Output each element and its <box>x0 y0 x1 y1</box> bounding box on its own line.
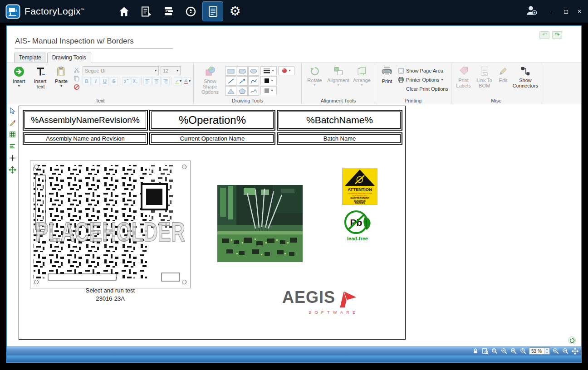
zoom-stepper: ▲ ▼ <box>544 348 549 354</box>
zoom-window-button[interactable] <box>519 347 527 355</box>
print-button[interactable]: Print <box>377 64 397 97</box>
caption-assembly-name-revision[interactable]: Assembly Name and Revision <box>23 132 148 145</box>
pen-tool-button[interactable] <box>8 118 17 127</box>
pcb-placeholder-image[interactable]: PLACEHOLDER <box>30 161 191 288</box>
grid-tool-button[interactable] <box>8 130 17 139</box>
minimize-button[interactable] <box>547 6 557 16</box>
settings-nav-button[interactable]: ⚙ <box>225 1 245 21</box>
paste-button[interactable]: Paste ▾ <box>51 64 71 97</box>
npi-nav-button[interactable] <box>180 1 201 21</box>
cut-button[interactable] <box>73 66 81 73</box>
show-shape-options-button[interactable]: Show Shape Options <box>196 64 224 97</box>
document-title[interactable]: AIS- Manual Inspection w/ Borders <box>15 37 173 49</box>
insert-text-button[interactable]: Insert Text <box>30 64 50 97</box>
home-nav-button[interactable] <box>113 1 134 21</box>
copy-button[interactable] <box>73 75 81 82</box>
test-probe-photo[interactable] <box>217 185 303 262</box>
top-navigation-bar: FactoryLogix™ <box>0 0 588 23</box>
lead-free-symbol[interactable]: Pb lead-free <box>343 209 374 243</box>
align-center-button[interactable] <box>152 77 161 85</box>
aegis-logo[interactable]: AEGIS SOFTWARE <box>282 289 368 314</box>
outline-color-combo[interactable]: ▾ <box>260 86 277 95</box>
shape-arrow-button[interactable] <box>237 76 248 86</box>
document-viewer-nav-button[interactable] <box>202 1 223 21</box>
zoom-out-button[interactable] <box>500 347 508 355</box>
close-button[interactable]: × <box>574 6 584 16</box>
caption-operation[interactable]: Current Operation Name <box>149 132 275 145</box>
highlight-color-button[interactable]: ▾ <box>174 77 182 85</box>
zoom-next-button[interactable] <box>562 347 569 355</box>
user-button[interactable] <box>525 5 537 18</box>
show-page-area-button[interactable]: Show Page Area <box>398 67 448 75</box>
field-batch-name[interactable]: %BatchName% <box>277 110 402 131</box>
maximize-button[interactable] <box>561 6 571 16</box>
format-buttons-row: B I U S <box>83 77 191 85</box>
shape-rectangle-button[interactable] <box>225 66 236 76</box>
fit-page-button[interactable] <box>481 347 489 355</box>
esd-line5: DEVICES <box>355 202 365 204</box>
topbar-right-controls: × <box>525 5 584 18</box>
italic-button[interactable]: I <box>92 77 100 85</box>
test-caption-line1[interactable]: Select and run test <box>30 287 191 294</box>
superscript-button[interactable] <box>122 77 130 85</box>
shape-curve-button[interactable] <box>248 76 259 86</box>
printer-options-button[interactable]: Printer Options ▾ <box>398 76 448 84</box>
guides-icon <box>9 142 16 150</box>
move-tool-button[interactable] <box>8 165 17 174</box>
show-connectors-button[interactable]: Show Connectors <box>512 64 539 97</box>
caption-batch-name[interactable]: Batch Name <box>277 132 402 145</box>
pan-button[interactable] <box>571 347 578 355</box>
select-tool-button[interactable] <box>8 106 17 115</box>
zoom-step-down-button[interactable]: ▼ <box>544 351 549 354</box>
tab-template[interactable]: Template <box>14 53 46 63</box>
align-left-button[interactable] <box>143 77 152 85</box>
process-definition-nav-button[interactable] <box>136 1 157 21</box>
shape-triangle-button[interactable] <box>225 86 236 96</box>
line-weight-combo[interactable]: ▾ <box>260 66 277 75</box>
close-icon: × <box>578 8 581 15</box>
shape-line-button[interactable] <box>225 76 236 86</box>
undo-button[interactable]: ↶ <box>539 31 549 39</box>
lock-view-button[interactable] <box>472 347 479 355</box>
ellipse-icon <box>250 68 258 74</box>
canvas-corner-button[interactable] <box>568 336 576 344</box>
shape-rounded-rectangle-button[interactable] <box>237 66 248 76</box>
align-right-button[interactable] <box>162 77 170 85</box>
print-labels-button[interactable]: Print Labels <box>454 64 473 97</box>
zoom-previous-button[interactable] <box>552 347 559 355</box>
underline-button[interactable]: U <box>101 77 109 85</box>
snap-anchor-tool-button[interactable] <box>8 153 17 162</box>
redo-button[interactable]: ↷ <box>552 31 562 39</box>
shape-ellipse-button[interactable] <box>248 66 259 76</box>
arrange-button[interactable]: Arrange ▾ <box>351 64 372 97</box>
edit-button[interactable]: Edit <box>495 64 511 97</box>
zoom-step-up-button[interactable]: ▲ <box>544 348 549 351</box>
zoom-in-button[interactable] <box>510 347 517 355</box>
zoom-selection-button[interactable] <box>491 347 498 355</box>
align-guides-tool-button[interactable] <box>8 141 17 151</box>
insert-button[interactable]: Insert ▾ <box>9 64 29 97</box>
font-size-combo[interactable]: 12 ▾ <box>161 66 181 75</box>
rotate-button[interactable]: Rotate ▾ <box>304 64 325 97</box>
fill-color-combo[interactable]: ▾ <box>260 76 277 85</box>
label-template-canvas[interactable]: %AssemblyNameRevision% %Operation% %Batc… <box>19 106 406 340</box>
shape-polygon-button[interactable] <box>237 86 248 96</box>
tab-drawing-tools[interactable]: Drawing Tools <box>47 53 91 63</box>
link-to-bom-button[interactable]: Link To BOM <box>475 64 494 97</box>
clear-print-options-button[interactable]: Clear Print Options <box>398 85 448 93</box>
field-operation[interactable]: %Operation% <box>149 110 275 131</box>
clear-formatting-button[interactable] <box>73 83 81 91</box>
esd-warning-label[interactable]: ATTENTION OBSERVE PRECAUTIONS FOR HANDLI… <box>342 168 377 205</box>
font-color-button[interactable]: ▾ <box>183 77 191 85</box>
test-caption-line2[interactable]: 23016-23A <box>30 295 191 302</box>
field-assembly-name-revision[interactable]: %AssemblyNameRevision% <box>23 110 148 131</box>
bold-button[interactable]: B <box>83 77 91 85</box>
zoom-level-value[interactable]: 53 % <box>529 349 544 354</box>
alignment-button[interactable]: Alignment ▾ <box>327 64 350 97</box>
strikethrough-button[interactable]: S <box>110 77 118 85</box>
library-nav-button[interactable] <box>158 1 179 21</box>
font-name-combo[interactable]: Segoe UI ▾ <box>83 66 159 75</box>
shape-freeform-button[interactable] <box>248 86 259 96</box>
shape-style-combo[interactable]: ▾ <box>278 66 294 75</box>
subscript-button[interactable] <box>131 77 139 85</box>
